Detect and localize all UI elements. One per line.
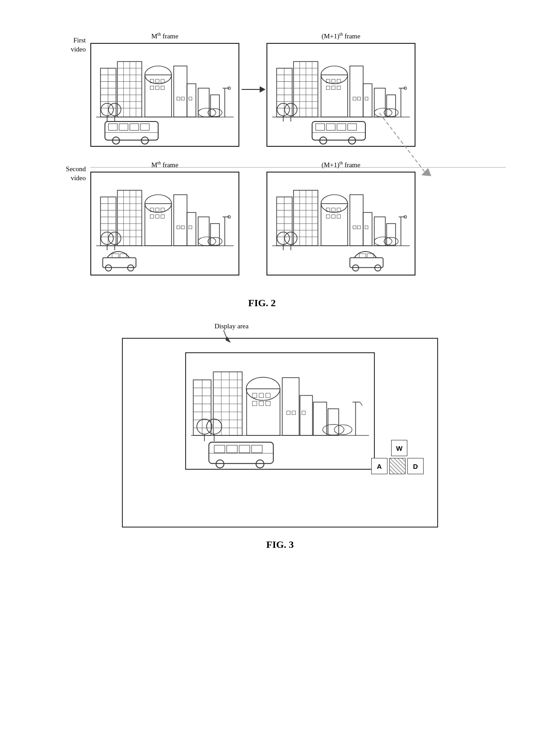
fig2-section: Firstvideo Mth frame — [54, 18, 506, 322]
svg-line-251 — [360, 402, 362, 406]
svg-rect-188 — [337, 215, 341, 218]
svg-rect-230 — [282, 378, 299, 435]
svg-rect-133 — [210, 224, 219, 246]
svg-rect-155 — [112, 254, 119, 258]
svg-rect-255 — [239, 445, 250, 453]
svg-rect-138 — [155, 215, 159, 218]
display-area-label: Display area — [215, 322, 248, 330]
svg-rect-137 — [150, 215, 154, 218]
svg-rect-201 — [350, 258, 383, 268]
dashed-arrow — [361, 108, 443, 181]
svg-point-197 — [384, 237, 398, 245]
svg-point-154 — [127, 265, 134, 271]
svg-rect-236 — [266, 393, 270, 398]
svg-rect-130 — [174, 195, 187, 246]
second-video-mth-frame — [90, 172, 239, 276]
svg-rect-187 — [331, 215, 335, 218]
svg-rect-131 — [187, 212, 196, 246]
svg-rect-180 — [363, 212, 372, 246]
svg-rect-204 — [359, 254, 366, 258]
svg-rect-142 — [189, 226, 192, 229]
svg-rect-241 — [292, 411, 296, 415]
svg-rect-217 — [213, 372, 242, 435]
second-video-mp1-frame — [266, 172, 415, 276]
svg-rect-139 — [161, 215, 164, 218]
svg-rect-189 — [353, 226, 356, 229]
fig3-label: FIG. 3 — [266, 539, 294, 551]
svg-rect-233 — [328, 409, 339, 435]
second-video-label: Secondvideo — [54, 165, 86, 182]
svg-point-248 — [334, 425, 352, 435]
svg-point-147 — [198, 237, 216, 246]
svg-rect-135 — [155, 208, 159, 212]
display-area-arrow — [215, 330, 233, 344]
svg-rect-253 — [214, 445, 225, 453]
w-key[interactable]: W — [391, 440, 407, 456]
wasd-controls: W A S D — [371, 440, 424, 474]
mp1-frame-label-second: (M+1)th frame — [322, 160, 360, 169]
svg-rect-179 — [350, 195, 363, 246]
svg-rect-182 — [387, 224, 396, 246]
svg-rect-186 — [327, 215, 330, 218]
svg-rect-152 — [103, 258, 136, 268]
svg-point-247 — [323, 425, 344, 435]
city-scene-svg-4 — [267, 173, 415, 275]
svg-rect-234 — [252, 393, 257, 398]
svg-point-153 — [105, 265, 112, 271]
svg-rect-140 — [177, 226, 180, 229]
svg-point-245 — [207, 419, 222, 434]
svg-rect-240 — [287, 411, 290, 415]
svg-point-196 — [374, 237, 392, 246]
svg-point-194 — [285, 232, 297, 245]
svg-rect-242 — [302, 411, 305, 415]
svg-point-143 — [101, 232, 114, 245]
svg-point-202 — [353, 265, 359, 271]
display-area-inner-frame — [185, 352, 375, 470]
mp1-sup-second: th — [339, 160, 343, 165]
svg-rect-141 — [181, 226, 184, 229]
svg-rect-184 — [331, 208, 335, 212]
s-key[interactable]: S — [389, 458, 406, 474]
svg-point-148 — [208, 237, 222, 245]
svg-rect-136 — [161, 208, 164, 212]
svg-rect-228 — [247, 389, 280, 435]
display-area-outer-box: W A S D — [122, 338, 438, 528]
d-key[interactable]: D — [407, 458, 424, 474]
svg-line-106 — [379, 113, 425, 172]
svg-rect-235 — [259, 393, 264, 398]
mth-sup-second: th — [157, 160, 161, 165]
a-key[interactable]: A — [371, 458, 387, 474]
fig2-label: FIG. 2 — [18, 297, 506, 309]
svg-point-243 — [197, 419, 212, 434]
svg-rect-232 — [313, 402, 327, 435]
svg-rect-190 — [357, 226, 360, 229]
svg-point-192 — [277, 232, 290, 245]
svg-rect-231 — [300, 396, 313, 436]
svg-rect-254 — [227, 445, 238, 453]
svg-rect-239 — [266, 401, 270, 406]
svg-rect-132 — [198, 217, 210, 246]
svg-rect-191 — [365, 226, 368, 229]
svg-point-203 — [375, 265, 381, 271]
svg-point-145 — [108, 232, 121, 245]
svg-rect-181 — [374, 217, 386, 246]
city-scene-svg-3 — [91, 173, 238, 275]
svg-rect-237 — [252, 401, 257, 406]
mth-frame-label-second: Mth frame — [151, 160, 178, 169]
svg-rect-238 — [259, 401, 264, 406]
fig3-section: Display area — [54, 322, 506, 564]
svg-rect-185 — [337, 208, 341, 212]
svg-rect-256 — [252, 445, 262, 453]
city-scene-svg-fig3 — [186, 353, 374, 469]
